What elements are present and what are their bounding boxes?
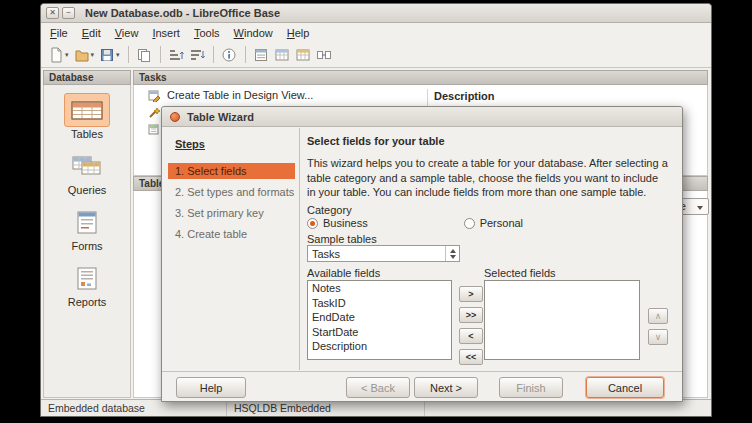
sidebar-header: Database [43,70,131,85]
new-database-button[interactable]: ▾ [46,45,71,65]
radio-business[interactable]: Business [307,217,368,229]
wizard-icon [148,106,161,119]
save-button[interactable]: ▾ [97,45,122,65]
menu-item[interactable]: Tools [187,25,227,41]
menubar: FileEditViewInsertToolsWindowHelp [41,23,711,42]
move-one-right-button[interactable]: > [459,286,483,302]
available-fields-listbox[interactable]: NotesTaskIDEndDateStartDateDescription [307,280,452,360]
save-icon [99,47,115,63]
sidebar-item-forms[interactable]: Forms [44,205,130,252]
move-up-button[interactable]: ∧ [648,308,668,324]
help-button[interactable]: Help [176,377,246,398]
table-grid-button[interactable] [272,45,292,65]
steps-header: Steps [175,138,299,150]
open-button[interactable]: ▾ [72,45,97,65]
available-field-item[interactable]: TaskID [308,296,451,311]
tasks-title: Tasks [139,72,167,83]
sample-tables-dropdown[interactable]: Tasks [307,245,460,262]
toolbar-separator [213,46,214,63]
statusbar-database-engine: HSQLDB Embedded [227,400,425,416]
description-header: Description [434,90,495,102]
tables-icon [69,97,105,124]
step-set-primary-key[interactable]: 3. Set primary key [175,205,299,221]
finish-button[interactable]: Finish [499,377,563,398]
libreoffice-dialog-icon [170,112,180,122]
copy-icon [136,47,152,63]
relationships-button[interactable] [314,45,334,65]
sidebar-item-reports[interactable]: Reports [44,261,130,308]
statusbar-database-type: Embedded database [41,400,227,416]
radio-business-label: Business [323,217,368,229]
new-database-icon [48,47,64,63]
query-icon [295,47,311,63]
sidebar-item-label: Queries [44,184,130,196]
sort-descending-icon [189,47,205,63]
menu-item[interactable]: Edit [75,25,108,41]
database-sidebar: Database Tables Queries Forms [43,70,131,398]
task-item-label: Create Table in Design View... [167,89,313,101]
chevron-down-icon [697,206,703,210]
available-field-item[interactable]: StartDate [308,325,451,340]
design-view-icon [148,89,161,102]
open-icon [74,47,90,63]
selected-fields-label: Selected fields [484,267,556,279]
info-button[interactable] [219,45,239,65]
dropdown-arrow-icon: ▾ [65,51,69,59]
window-title: New Database.odb - LibreOffice Base [85,7,280,19]
sort-descending-button[interactable] [187,45,207,65]
form-icon [253,47,269,63]
sort-ascending-icon [168,47,184,63]
query-button[interactable] [293,45,313,65]
sidebar-item-label: Forms [44,240,130,252]
step-select-fields[interactable]: 1. Select fields [168,163,295,179]
dropdown-arrow-icon: ▾ [116,51,120,59]
sort-ascending-button[interactable] [166,45,186,65]
step-set-types[interactable]: 2. Set types and formats [175,184,299,200]
titlebar: ✕ − New Database.odb - LibreOffice Base [41,4,711,23]
table-wizard-dialog: Table Wizard Steps 1. Select fields 2. S… [161,106,683,402]
move-down-button[interactable]: ∨ [648,329,668,345]
form-button[interactable] [251,45,271,65]
toolbar-separator [128,46,129,63]
tasks-header: Tasks [133,70,708,85]
view-icon [148,123,161,136]
radio-personal[interactable]: Personal [464,217,523,229]
sidebar-item-tables[interactable]: Tables [44,93,130,140]
wizard-description: This wizard helps you to create a table … [307,156,669,200]
move-one-left-button[interactable]: < [459,328,483,344]
sidebar-item-queries[interactable]: Queries [44,149,130,196]
toolbar: ▾ ▾ ▾ [41,42,711,68]
available-field-item[interactable]: EndDate [308,310,451,325]
available-field-item[interactable]: Notes [308,281,451,296]
back-button[interactable]: < Back [346,377,410,398]
cancel-button[interactable]: Cancel [586,377,664,398]
menu-item[interactable]: File [43,25,75,41]
wizard-page-heading: Select fields for your table [307,135,445,147]
info-icon [221,47,237,63]
minimize-window-icon[interactable]: − [62,7,75,19]
forms-icon [74,210,100,235]
dialog-titlebar[interactable]: Table Wizard [162,107,682,127]
menu-item[interactable]: Window [227,25,280,41]
move-all-right-button[interactable]: >> [459,307,483,323]
copy-button[interactable] [134,45,154,65]
category-radio-group: Business Personal [307,217,523,229]
menu-item[interactable]: View [108,25,146,41]
statusbar-empty-cell [425,400,711,416]
sidebar-title: Database [49,72,93,83]
wizard-content: Select fields for your table This wizard… [301,128,682,370]
menu-item[interactable]: Insert [145,25,187,41]
move-all-left-button[interactable]: << [459,349,483,365]
wizard-steps-panel: Steps 1. Select fields 2. Set types and … [162,128,300,370]
radio-unselected-icon [464,218,475,229]
step-create-table[interactable]: 4. Create table [175,226,299,242]
spinner-icon[interactable] [445,246,459,261]
selected-fields-listbox[interactable] [484,280,640,360]
radio-selected-icon [307,218,318,229]
close-window-icon[interactable]: ✕ [46,7,59,19]
toolbar-separator [160,46,161,63]
available-field-item[interactable]: Description [308,339,451,354]
sidebar-item-label: Reports [44,296,130,308]
next-button[interactable]: Next > [414,377,478,398]
menu-item[interactable]: Help [280,25,317,41]
